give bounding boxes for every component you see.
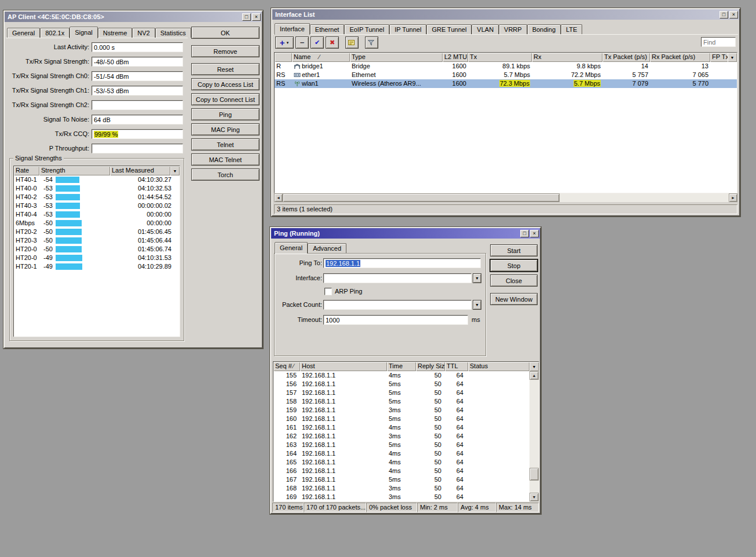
interface-row-wlan1-selected[interactable]: RS wlan1 Wireless (Atheros AR9... 1600 7…: [275, 79, 737, 88]
maximize-icon[interactable]: □: [520, 230, 529, 237]
rate-column-header[interactable]: Rate: [14, 166, 39, 175]
close-icon[interactable]: ×: [530, 230, 539, 237]
ping-row[interactable]: 164192.168.1.14ms5064: [273, 449, 529, 458]
close-icon[interactable]: ×: [252, 13, 261, 21]
column-options-icon[interactable]: ▼: [529, 362, 539, 371]
reply-size-column-header[interactable]: Reply Size: [416, 362, 445, 371]
close-button[interactable]: Close: [490, 274, 538, 287]
signal-row[interactable]: HT20-0 -49 04:10:31.53: [14, 254, 180, 262]
tab-vlan[interactable]: VLAN: [472, 24, 499, 34]
comment-button[interactable]: [345, 36, 359, 49]
status-column-header[interactable]: Status: [468, 362, 529, 371]
ping-row[interactable]: 169192.168.1.13ms5064: [273, 493, 529, 501]
ping-row[interactable]: 158192.168.1.15ms5064: [273, 397, 529, 406]
ping-button[interactable]: Ping: [191, 108, 260, 120]
signal-to-noise-field[interactable]: 64 dB: [92, 115, 183, 124]
tab-signal[interactable]: Signal: [70, 27, 98, 38]
signal-row[interactable]: HT20-2 -50 01:45:06.45: [14, 228, 180, 236]
scrollbar-thumb[interactable]: [283, 193, 560, 202]
tab-eoip-tunnel[interactable]: EoIP Tunnel: [344, 24, 389, 34]
ping-to-input[interactable]: 192.168.1.1: [323, 258, 481, 268]
tab-general[interactable]: General: [7, 28, 40, 38]
torch-button[interactable]: Torch: [191, 168, 260, 181]
flags-column-header[interactable]: [275, 53, 292, 62]
tab-bonding[interactable]: Bonding: [527, 24, 561, 34]
interface-row-ether1[interactable]: RS ether1 Ethernet 1600 5.7 Mbps 72.2 Mb…: [275, 71, 737, 79]
ping-row[interactable]: 159192.168.1.13ms5064: [273, 406, 529, 415]
copy-to-access-list-button[interactable]: Copy to Access List: [191, 78, 260, 90]
ping-row[interactable]: 161192.168.1.14ms5064: [273, 423, 529, 432]
scrollbar-track[interactable]: [283, 193, 729, 202]
tab-interface[interactable]: Interface: [275, 23, 310, 35]
name-column-header[interactable]: Name∕: [292, 53, 350, 62]
last-activity-field[interactable]: 0.000 s: [92, 42, 183, 52]
ping-row[interactable]: 156192.168.1.15ms5064: [273, 380, 529, 389]
remove-button[interactable]: Remove: [191, 45, 260, 57]
host-column-header[interactable]: Host: [300, 362, 387, 371]
enable-button[interactable]: ✔: [311, 36, 324, 49]
vertical-scrollbar[interactable]: ▼ ▲ ▼: [529, 362, 539, 501]
seq-column-header[interactable]: Seq #∕: [273, 362, 300, 371]
disable-button[interactable]: ✖: [326, 36, 339, 49]
packet-count-dropdown-arrow[interactable]: ▼: [473, 300, 481, 310]
time-column-header[interactable]: Time: [387, 362, 416, 371]
mac-ping-button[interactable]: MAC Ping: [191, 123, 260, 135]
last-measured-column-header[interactable]: Last Measured: [110, 166, 170, 175]
signal-ch1-field[interactable]: -53/-53 dBm: [92, 86, 183, 96]
filter-button[interactable]: [365, 36, 378, 49]
tab-ethernet[interactable]: Ethernet: [310, 24, 345, 34]
l2mtu-column-header[interactable]: L2 MTU: [443, 53, 468, 62]
ccq-field[interactable]: 99/99 %: [92, 129, 183, 139]
signal-ch2-field[interactable]: [92, 100, 183, 110]
ping-row[interactable]: 168192.168.1.13ms5064: [273, 484, 529, 493]
signal-row[interactable]: HT40-4 -53 00:00:00: [14, 210, 180, 219]
ping-row[interactable]: 160192.168.1.15ms5064: [273, 415, 529, 423]
ping-row[interactable]: 155192.168.1.14ms5064: [273, 371, 529, 380]
stop-button[interactable]: Stop: [490, 259, 538, 272]
telnet-button[interactable]: Telnet: [191, 138, 260, 151]
interface-row-bridge1[interactable]: R bridge1 Bridge 1600 89.1 kbps 9.8 kbps…: [275, 62, 737, 71]
ping-titlebar[interactable]: Ping (Running) □ ×: [271, 228, 540, 239]
add-button[interactable]: +▼: [275, 36, 294, 49]
ping-row[interactable]: 163192.168.1.15ms5064: [273, 441, 529, 449]
scroll-right-icon[interactable]: ►: [729, 193, 737, 202]
copy-to-connect-list-button[interactable]: Copy to Connect List: [191, 93, 260, 105]
tab-general[interactable]: General: [275, 242, 308, 254]
tx-column-header[interactable]: Tx: [468, 53, 532, 62]
signal-row[interactable]: HT40-2 -53 01:44:54.52: [14, 193, 180, 201]
type-column-header[interactable]: Type: [350, 53, 443, 62]
signal-strength-field[interactable]: -48/-50 dBm: [92, 57, 183, 67]
ping-row[interactable]: 167192.168.1.15ms5064: [273, 475, 529, 484]
ping-row[interactable]: 165192.168.1.14ms5064: [273, 458, 529, 467]
timeout-input[interactable]: 1000: [323, 315, 468, 325]
interface-dropdown[interactable]: [323, 273, 472, 283]
ttl-column-header[interactable]: TTL: [445, 362, 468, 371]
maximize-icon[interactable]: □: [242, 13, 251, 21]
strength-column-header[interactable]: Strength: [39, 166, 110, 175]
maximize-icon[interactable]: □: [720, 11, 728, 19]
new-window-button[interactable]: New Window: [490, 293, 538, 305]
remove-button[interactable]: −: [295, 36, 309, 49]
tab-gre-tunnel[interactable]: GRE Tunnel: [426, 24, 472, 34]
signal-row[interactable]: 6Mbps -50 00:00:00: [14, 219, 180, 228]
scrollbar-thumb[interactable]: [529, 468, 539, 481]
arp-ping-checkbox[interactable]: [324, 288, 332, 295]
tab-8021x[interactable]: 802.1x: [40, 28, 70, 38]
signal-row[interactable]: HT20-1 -49 04:10:29.89: [14, 262, 180, 271]
interface-list-titlebar[interactable]: Interface List □ ×: [272, 9, 739, 20]
scroll-up-icon[interactable]: ▲: [529, 371, 539, 380]
signal-ch0-field[interactable]: -51/-54 dBm: [92, 71, 183, 81]
signal-row[interactable]: HT40-3 -53 00:00:00.02: [14, 201, 180, 210]
ping-row[interactable]: 162192.168.1.13ms5064: [273, 432, 529, 441]
tab-statistics[interactable]: Statistics: [155, 28, 191, 38]
ok-button[interactable]: OK: [191, 27, 260, 39]
tab-nstreme[interactable]: Nstreme: [98, 28, 133, 38]
ping-row[interactable]: 157192.168.1.15ms5064: [273, 389, 529, 397]
ap-client-titlebar[interactable]: AP Client <4C:5E:0C:DB:C8:05> □ ×: [5, 12, 262, 22]
interface-dropdown-arrow[interactable]: ▼: [473, 273, 481, 283]
signal-row[interactable]: HT40-1 -54 04:10:30.27: [14, 175, 180, 184]
mac-telnet-button[interactable]: MAC Telnet: [191, 153, 260, 166]
ping-row[interactable]: 166192.168.1.14ms5064: [273, 467, 529, 475]
tab-vrrp[interactable]: VRRP: [499, 24, 527, 34]
scroll-left-icon[interactable]: ◄: [274, 193, 283, 202]
